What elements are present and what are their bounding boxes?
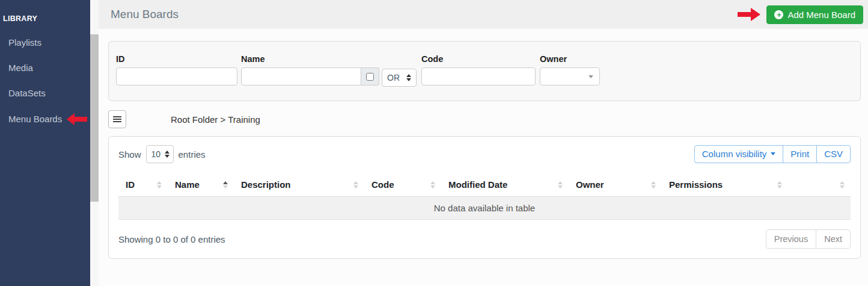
sidebar: LIBRARY Playlists Media DataSets Menu Bo… (0, 0, 90, 286)
filter-name-label: Name (241, 54, 379, 64)
sort-icon (840, 181, 845, 188)
add-menu-board-button[interactable]: Add Menu Board (766, 5, 863, 24)
column-header-id[interactable]: ID (118, 173, 168, 197)
empty-message: No data available in table (118, 197, 851, 220)
table-toolbar: Show 10 entries Column visibility Print (118, 145, 851, 163)
filter-code-label: Code (421, 54, 536, 64)
csv-button[interactable]: CSV (816, 145, 851, 163)
table-card: Show 10 entries Column visibility Print (108, 136, 861, 259)
menu-boards-table: ID Name Description Code Modified Date O… (118, 173, 851, 220)
column-header-permissions[interactable]: Permissions (662, 173, 788, 197)
sort-icon (651, 181, 656, 188)
table-export-buttons: Column visibility Print CSV (694, 145, 851, 163)
annotation-arrow-right-icon (738, 8, 760, 21)
column-header-description[interactable]: Description (234, 173, 364, 197)
filter-name-inputgroup (241, 67, 379, 85)
entries-label: entries (179, 149, 206, 160)
column-visibility-button[interactable]: Column visibility (694, 145, 784, 163)
column-header-owner[interactable]: Owner (569, 173, 662, 197)
show-label: Show (118, 149, 141, 160)
filter-logical-operator-select[interactable]: OR (382, 69, 417, 87)
filter-id-label: ID (116, 54, 237, 64)
previous-page-button[interactable]: Previous (766, 229, 816, 249)
sort-icon (157, 181, 162, 188)
filter-code-group: Code (421, 54, 536, 85)
filter-owner-group: Owner (540, 54, 600, 85)
caret-down-icon (771, 152, 775, 155)
sidebar-item-media[interactable]: Media (0, 63, 90, 73)
annotation-arrow-left-icon (67, 113, 87, 125)
column-header-name[interactable]: Name (168, 173, 234, 197)
filter-name-input[interactable] (241, 67, 361, 85)
column-header-modified-date[interactable]: Modified Date (441, 173, 569, 197)
sidebar-item-playlists[interactable]: Playlists (0, 37, 90, 48)
updown-icon (406, 74, 411, 81)
pagination: Previous Next (766, 229, 851, 249)
filter-name-group: Name (241, 54, 379, 85)
table-footer: Showing 0 to 0 of 0 entries Previous Nex… (118, 229, 851, 249)
filter-panel: ID Name OR Code (108, 41, 861, 101)
breadcrumb-row: Root Folder > Training (108, 110, 861, 129)
sort-icon (777, 181, 782, 188)
column-header-code[interactable]: Code (364, 173, 441, 197)
folder-tree-toggle-button[interactable] (108, 110, 126, 128)
filter-name-addon (361, 67, 379, 85)
table-header-row: ID Name Description Code Modified Date O… (118, 173, 851, 197)
sidebar-item-menu-boards[interactable]: Menu Boards (0, 113, 90, 125)
filter-code-input[interactable] (421, 67, 536, 85)
plus-circle-icon (774, 10, 783, 19)
page-title: Menu Boards (111, 8, 179, 21)
sort-icon (430, 181, 435, 188)
print-button[interactable]: Print (783, 145, 817, 163)
page-header: Menu Boards Add Menu Board (99, 0, 868, 29)
filter-owner-select[interactable] (540, 67, 600, 85)
main-area: Menu Boards Add Menu Board ID Name (99, 0, 868, 286)
scrollbar-thumb[interactable] (90, 34, 99, 202)
updown-icon (165, 151, 170, 158)
column-header-actions[interactable] (788, 173, 851, 197)
page-length-select[interactable]: 10 (146, 145, 174, 163)
sidebar-nav: Playlists Media DataSets Menu Boards (0, 37, 90, 125)
filter-id-group: ID (116, 54, 237, 85)
filter-owner-label: Owner (540, 54, 600, 64)
sort-icon (558, 181, 563, 188)
breadcrumb: Root Folder > Training (171, 114, 260, 125)
filter-id-input[interactable] (116, 67, 237, 85)
sort-asc-icon (223, 181, 228, 188)
sidebar-item-datasets[interactable]: DataSets (0, 88, 90, 99)
page-length-control: Show 10 entries (118, 145, 206, 163)
caret-down-icon (588, 75, 593, 78)
entries-summary: Showing 0 to 0 of 0 entries (118, 234, 225, 244)
header-actions: Add Menu Board (738, 5, 863, 24)
hamburger-icon (113, 116, 121, 117)
sidebar-section-library: LIBRARY (3, 14, 90, 23)
sort-icon (353, 181, 358, 188)
table-empty-row: No data available in table (118, 197, 851, 220)
filter-name-exact-checkbox[interactable] (366, 73, 374, 81)
next-page-button[interactable]: Next (816, 229, 851, 249)
content: ID Name OR Code (99, 29, 868, 259)
